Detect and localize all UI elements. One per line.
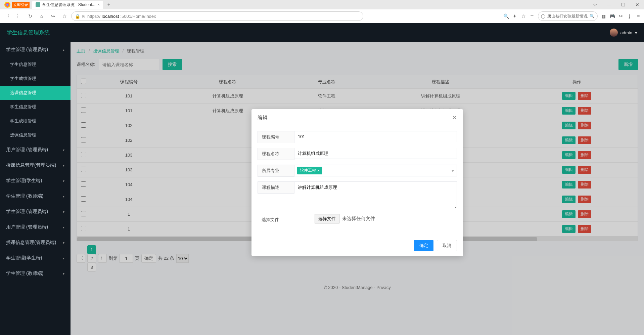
sidebar-item[interactable]: 学生信息管理: [0, 57, 71, 72]
sidebar-item[interactable]: 学生信息管理: [0, 100, 71, 114]
chevron-icon: ▾: [63, 195, 64, 198]
tab-title: 学生信息管理系统 - Student...: [42, 2, 95, 8]
modal-cancel-button[interactable]: 取消: [437, 240, 457, 251]
window-close-icon[interactable]: ✕: [631, 0, 644, 9]
field-name-input[interactable]: [294, 148, 457, 159]
edit-modal: 编辑 ✕ 课程编号 课程名称 所属专业: [251, 109, 463, 256]
field-desc-label: 课程描述: [258, 181, 294, 194]
nav-reload-icon[interactable]: ↻: [26, 11, 35, 21]
window-maximize-icon[interactable]: ☐: [616, 0, 630, 9]
browser-chrome: 立即登录 学生信息管理系统 - Student... × ＋ ☆ ─ ☐ ✕ 〈…: [0, 0, 644, 23]
nav-forward-icon[interactable]: 〉: [14, 11, 24, 21]
modal-ok-button[interactable]: 确定: [414, 240, 433, 251]
modal-title: 编辑: [258, 115, 268, 121]
sidebar-item[interactable]: 选课信息管理: [0, 128, 71, 142]
search-icon: 🔍: [590, 14, 595, 18]
sidebar-group[interactable]: 学生管理 (教师端)▾: [0, 266, 71, 281]
caret-down-icon: ▾: [635, 30, 637, 35]
nav-back-icon[interactable]: 〈: [3, 11, 12, 21]
url-host: localhost: [102, 14, 119, 19]
nav-restore-icon[interactable]: ↪: [48, 11, 58, 21]
sidebar: 学生管理 (管理员端)▴学生信息管理学生成绩管理选课信息管理学生信息管理学生成绩…: [0, 42, 71, 335]
sidebar-group[interactable]: 学生管理(学生端)▾: [0, 173, 71, 189]
chevron-icon: ▾: [63, 241, 64, 245]
chevron-icon: ▾: [63, 148, 64, 152]
brand-title: 学生信息管理系统: [7, 29, 50, 36]
browser-tab[interactable]: 学生信息管理系统 - Student... ×: [32, 1, 103, 9]
sidebar-item[interactable]: 学生成绩管理: [0, 114, 71, 128]
chevron-icon: ▾: [63, 179, 64, 183]
sidebar-group[interactable]: 学生管理 (管理员端)▾: [0, 204, 71, 219]
field-major-label: 所属专业: [258, 165, 294, 177]
fav-icon[interactable]: ☆: [520, 13, 526, 19]
nav-star-icon[interactable]: ☆: [60, 11, 69, 21]
app-header: 学生信息管理系统 admin ▾: [0, 23, 644, 42]
sidebar-group[interactable]: 授课信息管理(管理员端)▾: [0, 158, 71, 173]
field-id-input[interactable]: [294, 131, 457, 142]
url-prefix: https://: [87, 14, 100, 19]
new-tab-button[interactable]: ＋: [103, 2, 114, 8]
chevron-down-icon[interactable]: ﹀: [529, 13, 535, 19]
browser-search-box[interactable]: ◯ 唐山被打女孩最新情况 🔍: [538, 11, 598, 21]
main-content: 主页 / 授课信息管理 / 课程管理 课程名称: 搜索 新增 课程编号课程名称专…: [71, 42, 644, 335]
sidebar-item[interactable]: 选课信息管理: [0, 86, 71, 100]
chevron-icon: ▾: [63, 164, 64, 167]
chevron-icon: ▴: [63, 48, 64, 52]
gamepad-icon[interactable]: 🎮: [609, 13, 615, 19]
select-caret-icon: ▾: [452, 168, 454, 173]
field-major-select[interactable]: 软件工程 × ▾: [294, 165, 457, 176]
chevron-icon: ▾: [63, 210, 64, 214]
choose-file-button[interactable]: 选择文件: [315, 214, 339, 223]
file-hint: 未选择任何文件: [342, 216, 375, 222]
field-name-label: 课程名称: [258, 148, 294, 160]
search-hint: 唐山被打女孩最新情况: [547, 13, 588, 19]
avatar: [610, 29, 618, 37]
sidebar-group[interactable]: 用户管理 (管理员端)▾: [0, 142, 71, 158]
sidebar-item[interactable]: 学生成绩管理: [0, 72, 71, 86]
url-path: :5001/Home/Index: [120, 14, 156, 19]
menu-icon[interactable]: ≡: [635, 13, 641, 19]
search-circle-icon: ◯: [541, 14, 545, 18]
scissors-icon[interactable]: ✂: [618, 13, 624, 19]
tab-close-icon[interactable]: ×: [97, 2, 100, 7]
sidebar-group[interactable]: 授课信息管理(管理员端)▾: [0, 235, 71, 250]
modal-overlay[interactable]: 编辑 ✕ 课程编号 课程名称 所属专业: [71, 42, 644, 335]
download-icon[interactable]: ⭳: [627, 13, 633, 19]
window-minimize-icon[interactable]: ─: [602, 0, 616, 9]
pin-icon[interactable]: ☆: [588, 0, 602, 9]
zoom-icon[interactable]: 🔍: [503, 13, 509, 19]
sidebar-group[interactable]: 学生管理 (管理员端)▴: [0, 42, 71, 57]
wand-icon[interactable]: ✦: [512, 13, 518, 19]
sidebar-group[interactable]: 用户管理 (管理员端)▾: [0, 219, 71, 235]
modal-close-icon[interactable]: ✕: [452, 114, 457, 121]
field-id-label: 课程编号: [258, 131, 294, 143]
user-menu[interactable]: admin ▾: [610, 29, 637, 37]
chevron-icon: ▾: [63, 225, 64, 229]
sidebar-group[interactable]: 学生管理 (教师端)▾: [0, 189, 71, 204]
grid-icon[interactable]: ▦: [600, 13, 606, 19]
nav-home-icon[interactable]: ⌂: [37, 11, 46, 21]
tab-favicon-icon: [36, 2, 40, 7]
username: admin: [620, 30, 632, 35]
chevron-icon: ▾: [63, 272, 64, 276]
browser-login-badge[interactable]: 立即登录: [12, 2, 30, 8]
chevron-icon: ▾: [63, 256, 64, 260]
sidebar-group[interactable]: 学生管理(学生端)▾: [0, 250, 71, 266]
address-bar[interactable]: 🔒 ⛨ https://localhost:5001/Home/Index: [71, 11, 363, 21]
browser-logo-icon: [3, 0, 12, 9]
field-desc-textarea[interactable]: [294, 181, 457, 208]
tag-remove-icon[interactable]: ×: [317, 168, 320, 173]
field-file-label: 选择文件: [258, 214, 294, 225]
major-tag: 软件工程 ×: [297, 167, 322, 174]
shield-icon: ⛨: [82, 14, 86, 19]
lock-icon: 🔒: [75, 14, 80, 19]
svg-point-2: [6, 4, 8, 6]
